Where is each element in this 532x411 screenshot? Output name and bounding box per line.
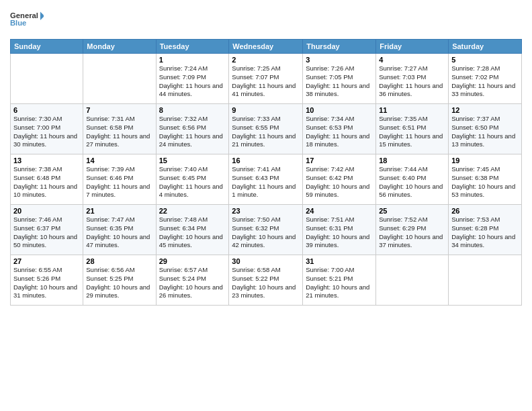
calendar-day-23: 23Sunrise: 7:50 AM Sunset: 6:32 PM Dayli…: [229, 205, 303, 255]
calendar-day-26: 26Sunrise: 7:53 AM Sunset: 6:28 PM Dayli…: [449, 205, 522, 255]
day-number: 11: [379, 106, 445, 114]
weekday-header-wednesday: Wednesday: [229, 40, 303, 54]
day-info: Sunrise: 7:51 AM Sunset: 6:31 PM Dayligh…: [306, 216, 373, 250]
day-number: 12: [451, 106, 519, 114]
calendar-day-29: 29Sunrise: 6:57 AM Sunset: 5:24 PM Dayli…: [156, 255, 229, 306]
day-number: 4: [379, 56, 445, 64]
day-number: 13: [13, 156, 80, 165]
day-info: Sunrise: 6:56 AM Sunset: 5:25 PM Dayligh…: [86, 266, 152, 300]
day-info: Sunrise: 7:45 AM Sunset: 6:38 PM Dayligh…: [451, 165, 519, 199]
calendar-day-17: 17Sunrise: 7:42 AM Sunset: 6:42 PM Dayli…: [303, 154, 376, 205]
day-number: 9: [232, 106, 300, 114]
calendar-table: SundayMondayTuesdayWednesdayThursdayFrid…: [10, 39, 522, 306]
calendar-day-28: 28Sunrise: 6:56 AM Sunset: 5:25 PM Dayli…: [83, 255, 156, 306]
calendar-day-3: 3Sunrise: 7:26 AM Sunset: 7:05 PM Daylig…: [303, 54, 376, 104]
day-info: Sunrise: 7:30 AM Sunset: 7:00 PM Dayligh…: [13, 115, 80, 149]
day-info: Sunrise: 7:44 AM Sunset: 6:40 PM Dayligh…: [379, 165, 445, 199]
calendar-empty-cell: [449, 255, 522, 306]
day-info: Sunrise: 7:50 AM Sunset: 6:32 PM Dayligh…: [232, 216, 300, 250]
day-number: 6: [13, 106, 80, 114]
calendar-day-5: 5Sunrise: 7:28 AM Sunset: 7:02 PM Daylig…: [449, 54, 522, 104]
day-info: Sunrise: 7:33 AM Sunset: 6:55 PM Dayligh…: [232, 115, 300, 149]
svg-text:Blue: Blue: [10, 19, 26, 27]
calendar-empty-cell: [11, 54, 83, 104]
calendar-week-row: 27Sunrise: 6:55 AM Sunset: 5:26 PM Dayli…: [11, 255, 522, 306]
day-number: 30: [232, 257, 300, 265]
day-number: 27: [13, 257, 80, 265]
calendar-week-row: 20Sunrise: 7:46 AM Sunset: 6:37 PM Dayli…: [11, 205, 522, 255]
day-info: Sunrise: 7:28 AM Sunset: 7:02 PM Dayligh…: [451, 64, 519, 99]
calendar-day-9: 9Sunrise: 7:33 AM Sunset: 6:55 PM Daylig…: [229, 104, 303, 154]
calendar-day-24: 24Sunrise: 7:51 AM Sunset: 6:31 PM Dayli…: [303, 205, 376, 255]
day-number: 24: [306, 207, 373, 215]
day-number: 5: [451, 56, 519, 64]
logo-svg: General Blue: [10, 7, 44, 34]
day-info: Sunrise: 7:47 AM Sunset: 6:35 PM Dayligh…: [86, 216, 152, 250]
weekday-header-monday: Monday: [83, 40, 156, 54]
calendar-day-18: 18Sunrise: 7:44 AM Sunset: 6:40 PM Dayli…: [376, 154, 449, 205]
calendar-day-8: 8Sunrise: 7:32 AM Sunset: 6:56 PM Daylig…: [156, 104, 229, 154]
svg-text:General: General: [10, 11, 38, 19]
day-info: Sunrise: 7:35 AM Sunset: 6:51 PM Dayligh…: [379, 115, 445, 149]
day-info: Sunrise: 6:57 AM Sunset: 5:24 PM Dayligh…: [159, 266, 226, 300]
day-number: 3: [306, 56, 373, 64]
calendar-day-22: 22Sunrise: 7:48 AM Sunset: 6:34 PM Dayli…: [156, 205, 229, 255]
day-number: 29: [159, 257, 226, 265]
calendar-day-14: 14Sunrise: 7:39 AM Sunset: 6:46 PM Dayli…: [83, 154, 156, 205]
calendar-day-4: 4Sunrise: 7:27 AM Sunset: 7:03 PM Daylig…: [376, 54, 449, 104]
day-number: 19: [451, 156, 519, 165]
calendar-day-20: 20Sunrise: 7:46 AM Sunset: 6:37 PM Dayli…: [11, 205, 83, 255]
day-info: Sunrise: 7:25 AM Sunset: 7:07 PM Dayligh…: [232, 64, 300, 99]
calendar-day-1: 1Sunrise: 7:24 AM Sunset: 7:09 PM Daylig…: [156, 54, 229, 104]
day-number: 10: [306, 106, 373, 114]
day-info: Sunrise: 7:41 AM Sunset: 6:43 PM Dayligh…: [232, 165, 300, 199]
calendar-day-11: 11Sunrise: 7:35 AM Sunset: 6:51 PM Dayli…: [376, 104, 449, 154]
day-number: 25: [379, 207, 445, 215]
day-number: 2: [232, 56, 300, 64]
day-number: 28: [86, 257, 152, 265]
day-info: Sunrise: 7:42 AM Sunset: 6:42 PM Dayligh…: [306, 165, 373, 199]
day-info: Sunrise: 7:00 AM Sunset: 5:21 PM Dayligh…: [306, 266, 373, 300]
day-info: Sunrise: 7:31 AM Sunset: 6:58 PM Dayligh…: [86, 115, 152, 149]
day-info: Sunrise: 7:48 AM Sunset: 6:34 PM Dayligh…: [159, 216, 226, 250]
calendar-week-row: 13Sunrise: 7:38 AM Sunset: 6:48 PM Dayli…: [11, 154, 522, 205]
day-info: Sunrise: 6:58 AM Sunset: 5:22 PM Dayligh…: [232, 266, 300, 300]
weekday-header-thursday: Thursday: [303, 40, 376, 54]
calendar-day-19: 19Sunrise: 7:45 AM Sunset: 6:38 PM Dayli…: [449, 154, 522, 205]
day-number: 23: [232, 207, 300, 215]
weekday-header-friday: Friday: [376, 40, 449, 54]
day-info: Sunrise: 6:55 AM Sunset: 5:26 PM Dayligh…: [13, 266, 80, 300]
logo: General Blue: [10, 7, 44, 34]
day-number: 17: [306, 156, 373, 165]
day-info: Sunrise: 7:32 AM Sunset: 6:56 PM Dayligh…: [159, 115, 226, 149]
day-number: 7: [86, 106, 152, 114]
calendar-day-15: 15Sunrise: 7:40 AM Sunset: 6:45 PM Dayli…: [156, 154, 229, 205]
day-info: Sunrise: 7:52 AM Sunset: 6:29 PM Dayligh…: [379, 216, 445, 250]
calendar-day-16: 16Sunrise: 7:41 AM Sunset: 6:43 PM Dayli…: [229, 154, 303, 205]
calendar-day-31: 31Sunrise: 7:00 AM Sunset: 5:21 PM Dayli…: [303, 255, 376, 306]
day-info: Sunrise: 7:53 AM Sunset: 6:28 PM Dayligh…: [451, 216, 519, 250]
day-number: 15: [159, 156, 226, 165]
day-number: 26: [451, 207, 519, 215]
day-number: 31: [306, 257, 373, 265]
day-number: 1: [159, 56, 226, 64]
day-info: Sunrise: 7:46 AM Sunset: 6:37 PM Dayligh…: [13, 216, 80, 250]
day-number: 14: [86, 156, 152, 165]
svg-marker-2: [40, 12, 44, 21]
weekday-header-tuesday: Tuesday: [156, 40, 229, 54]
calendar-day-13: 13Sunrise: 7:38 AM Sunset: 6:48 PM Dayli…: [11, 154, 83, 205]
day-number: 21: [86, 207, 152, 215]
weekday-header-saturday: Saturday: [449, 40, 522, 54]
day-info: Sunrise: 7:24 AM Sunset: 7:09 PM Dayligh…: [159, 64, 226, 99]
calendar-day-7: 7Sunrise: 7:31 AM Sunset: 6:58 PM Daylig…: [83, 104, 156, 154]
day-number: 18: [379, 156, 445, 165]
day-info: Sunrise: 7:40 AM Sunset: 6:45 PM Dayligh…: [159, 165, 226, 199]
calendar-day-21: 21Sunrise: 7:47 AM Sunset: 6:35 PM Dayli…: [83, 205, 156, 255]
calendar-day-30: 30Sunrise: 6:58 AM Sunset: 5:22 PM Dayli…: [229, 255, 303, 306]
calendar-day-10: 10Sunrise: 7:34 AM Sunset: 6:53 PM Dayli…: [303, 104, 376, 154]
calendar-day-6: 6Sunrise: 7:30 AM Sunset: 7:00 PM Daylig…: [11, 104, 83, 154]
day-number: 22: [159, 207, 226, 215]
calendar-empty-cell: [83, 54, 156, 104]
calendar-day-25: 25Sunrise: 7:52 AM Sunset: 6:29 PM Dayli…: [376, 205, 449, 255]
day-number: 8: [159, 106, 226, 114]
